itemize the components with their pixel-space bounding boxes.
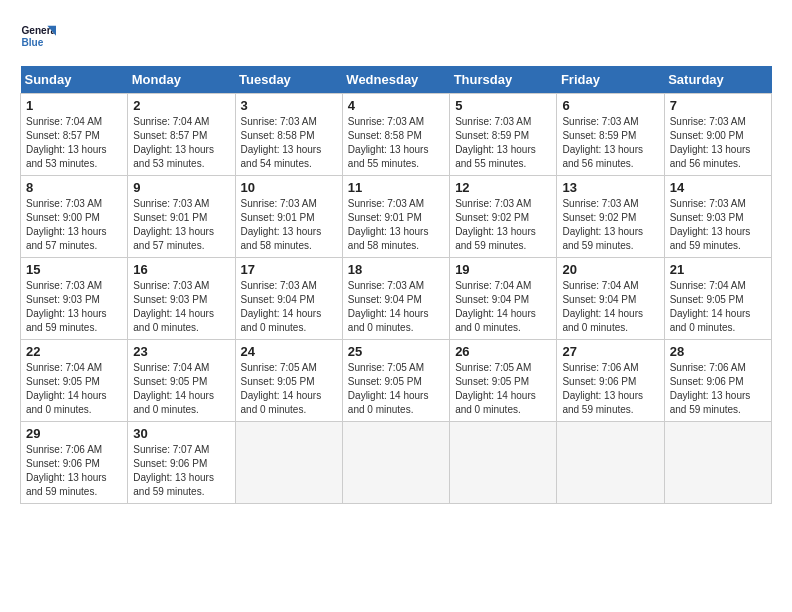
table-row: 17Sunrise: 7:03 AMSunset: 9:04 PMDayligh… bbox=[235, 258, 342, 340]
table-row: 1Sunrise: 7:04 AMSunset: 8:57 PMDaylight… bbox=[21, 94, 128, 176]
table-row: 20Sunrise: 7:04 AMSunset: 9:04 PMDayligh… bbox=[557, 258, 664, 340]
table-row: 24Sunrise: 7:05 AMSunset: 9:05 PMDayligh… bbox=[235, 340, 342, 422]
logo: General Blue bbox=[20, 20, 56, 56]
table-row: 12Sunrise: 7:03 AMSunset: 9:02 PMDayligh… bbox=[450, 176, 557, 258]
table-row: 9Sunrise: 7:03 AMSunset: 9:01 PMDaylight… bbox=[128, 176, 235, 258]
svg-text:Blue: Blue bbox=[21, 37, 43, 48]
header-row: Sunday Monday Tuesday Wednesday Thursday… bbox=[21, 66, 772, 94]
col-friday: Friday bbox=[557, 66, 664, 94]
col-sunday: Sunday bbox=[21, 66, 128, 94]
table-row: 19Sunrise: 7:04 AMSunset: 9:04 PMDayligh… bbox=[450, 258, 557, 340]
table-row: 29Sunrise: 7:06 AMSunset: 9:06 PMDayligh… bbox=[21, 422, 128, 504]
table-row: 28Sunrise: 7:06 AMSunset: 9:06 PMDayligh… bbox=[664, 340, 771, 422]
table-row: 10Sunrise: 7:03 AMSunset: 9:01 PMDayligh… bbox=[235, 176, 342, 258]
table-row: 26Sunrise: 7:05 AMSunset: 9:05 PMDayligh… bbox=[450, 340, 557, 422]
col-tuesday: Tuesday bbox=[235, 66, 342, 94]
table-row: 13Sunrise: 7:03 AMSunset: 9:02 PMDayligh… bbox=[557, 176, 664, 258]
col-thursday: Thursday bbox=[450, 66, 557, 94]
col-saturday: Saturday bbox=[664, 66, 771, 94]
table-row bbox=[664, 422, 771, 504]
table-row: 14Sunrise: 7:03 AMSunset: 9:03 PMDayligh… bbox=[664, 176, 771, 258]
table-row bbox=[450, 422, 557, 504]
table-row: 21Sunrise: 7:04 AMSunset: 9:05 PMDayligh… bbox=[664, 258, 771, 340]
col-monday: Monday bbox=[128, 66, 235, 94]
table-row: 27Sunrise: 7:06 AMSunset: 9:06 PMDayligh… bbox=[557, 340, 664, 422]
table-row: 18Sunrise: 7:03 AMSunset: 9:04 PMDayligh… bbox=[342, 258, 449, 340]
calendar-table: Sunday Monday Tuesday Wednesday Thursday… bbox=[20, 66, 772, 504]
table-row: 16Sunrise: 7:03 AMSunset: 9:03 PMDayligh… bbox=[128, 258, 235, 340]
table-row: 11Sunrise: 7:03 AMSunset: 9:01 PMDayligh… bbox=[342, 176, 449, 258]
table-row: 8Sunrise: 7:03 AMSunset: 9:00 PMDaylight… bbox=[21, 176, 128, 258]
table-row: 15Sunrise: 7:03 AMSunset: 9:03 PMDayligh… bbox=[21, 258, 128, 340]
col-wednesday: Wednesday bbox=[342, 66, 449, 94]
table-row bbox=[557, 422, 664, 504]
table-row: 25Sunrise: 7:05 AMSunset: 9:05 PMDayligh… bbox=[342, 340, 449, 422]
table-row: 7Sunrise: 7:03 AMSunset: 9:00 PMDaylight… bbox=[664, 94, 771, 176]
logo-icon: General Blue bbox=[20, 20, 56, 56]
table-row: 30Sunrise: 7:07 AMSunset: 9:06 PMDayligh… bbox=[128, 422, 235, 504]
table-row: 6Sunrise: 7:03 AMSunset: 8:59 PMDaylight… bbox=[557, 94, 664, 176]
table-row: 23Sunrise: 7:04 AMSunset: 9:05 PMDayligh… bbox=[128, 340, 235, 422]
table-row: 3Sunrise: 7:03 AMSunset: 8:58 PMDaylight… bbox=[235, 94, 342, 176]
table-row: 22Sunrise: 7:04 AMSunset: 9:05 PMDayligh… bbox=[21, 340, 128, 422]
table-row: 4Sunrise: 7:03 AMSunset: 8:58 PMDaylight… bbox=[342, 94, 449, 176]
header: General Blue bbox=[20, 20, 772, 56]
table-row bbox=[342, 422, 449, 504]
table-row: 5Sunrise: 7:03 AMSunset: 8:59 PMDaylight… bbox=[450, 94, 557, 176]
table-row bbox=[235, 422, 342, 504]
table-row: 2Sunrise: 7:04 AMSunset: 8:57 PMDaylight… bbox=[128, 94, 235, 176]
